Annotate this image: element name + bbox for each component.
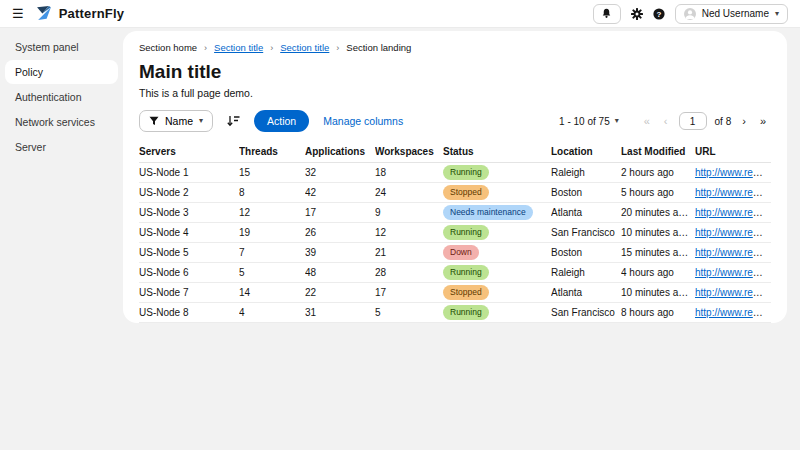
last-modified-cell: 10 minutes ago [621, 223, 695, 243]
status-cell: Stopped [443, 183, 551, 203]
chevron-down-icon: ▾ [775, 10, 779, 18]
last-modified-cell: 5 hours ago [621, 183, 695, 203]
workspaces-cell: 5 [375, 303, 443, 323]
table-row: US-Node 312179Needs maintenanceAtlanta20… [139, 203, 771, 223]
location-cell: Raleigh [551, 323, 621, 324]
column-header-threads: Threads [239, 141, 305, 163]
sidebar-item-network-services[interactable]: Network services [5, 110, 118, 134]
chevron-down-icon: ▾ [199, 117, 203, 125]
status-cell: Stopped [443, 283, 551, 303]
table-row: US-Node 7142217StoppedAtlanta10 minutes … [139, 283, 771, 303]
applications-cell: 48 [305, 263, 375, 283]
next-page-button[interactable]: › [737, 113, 751, 129]
status-badge: Running [443, 305, 489, 319]
pagination-range-dropdown[interactable]: 1 - 10 of 75 ▾ [559, 116, 619, 127]
url-link[interactable]: http://www.redhat.com [695, 187, 771, 198]
url-link[interactable]: http://www.redhat.com [695, 267, 771, 278]
url-cell: http://www.redhat.com [695, 323, 771, 324]
column-header-servers: Servers [139, 141, 239, 163]
breadcrumb-item: Section landing [346, 42, 411, 53]
threads-cell: 5 [239, 263, 305, 283]
user-menu-button[interactable]: Ned Username ▾ [675, 4, 788, 24]
content-card: Section home›Section title›Section title… [123, 31, 787, 323]
server-cell: US-Node 4 [139, 223, 239, 243]
url-link[interactable]: http://www.redhat.com [695, 307, 771, 318]
url-cell: http://www.redhat.com [695, 183, 771, 203]
workspaces-cell: 9 [375, 203, 443, 223]
location-cell: Boston [551, 183, 621, 203]
hamburger-menu-icon[interactable]: ☰ [12, 7, 24, 20]
help-button[interactable]: ? [653, 8, 665, 20]
filter-icon [149, 116, 159, 126]
status-badge: Running [443, 165, 489, 179]
bell-icon [601, 8, 612, 19]
location-cell: San Francisco [551, 303, 621, 323]
location-cell: Raleigh [551, 163, 621, 183]
workspaces-cell: 21 [375, 243, 443, 263]
url-link[interactable]: http://www.redhat.com [695, 247, 771, 258]
url-link[interactable]: http://www.redhat.com [695, 287, 771, 298]
status-badge: Stopped [443, 185, 489, 199]
column-header-last-modified: Last Modified [621, 141, 695, 163]
table-row: US-Node 4192612RunningSan Francisco10 mi… [139, 223, 771, 243]
status-cell: Needs maintenance [443, 203, 551, 223]
table-body: US-Node 1153218RunningRaleigh2 hours ago… [139, 163, 771, 324]
action-button[interactable]: Action [254, 110, 309, 132]
breadcrumb-separator-icon: › [204, 43, 207, 53]
threads-cell: 7 [239, 243, 305, 263]
last-modified-cell: 4 hours ago [621, 263, 695, 283]
status-cell: Running [443, 223, 551, 243]
status-cell: Running [443, 263, 551, 283]
last-page-button[interactable]: » [755, 113, 771, 129]
server-cell: US-Node 2 [139, 183, 239, 203]
column-header-location: Location [551, 141, 621, 163]
breadcrumb-separator-icon: › [270, 43, 273, 53]
breadcrumb-item[interactable]: Section title [280, 42, 329, 53]
workspaces-cell: 28 [375, 263, 443, 283]
status-cell: Needs maintenance [443, 323, 551, 324]
sidebar-item-policy[interactable]: Policy [5, 60, 118, 84]
threads-cell: 4 [239, 303, 305, 323]
status-badge: Stopped [443, 285, 489, 299]
breadcrumb: Section home›Section title›Section title… [139, 42, 771, 53]
current-page-input[interactable] [679, 112, 707, 130]
url-cell: http://www.redhat.com [695, 243, 771, 263]
url-link[interactable]: http://www.redhat.com [695, 227, 771, 238]
location-cell: Raleigh [551, 263, 621, 283]
table-row: US-Node 284224StoppedBoston5 hours agoht… [139, 183, 771, 203]
sidebar-item-system-panel[interactable]: System panel [5, 35, 118, 59]
last-modified-cell: 15 minutes ago [621, 243, 695, 263]
column-header-applications: Applications [305, 141, 375, 163]
manage-columns-button[interactable]: Manage columns [323, 115, 403, 127]
status-badge: Down [443, 245, 479, 259]
server-cell: US-Node 5 [139, 243, 239, 263]
sidebar-nav: System panelPolicyAuthenticationNetwork … [0, 28, 123, 450]
settings-button[interactable] [631, 8, 643, 20]
threads-cell: 10 [239, 323, 305, 324]
url-cell: http://www.redhat.com [695, 303, 771, 323]
server-cell: US-Node 3 [139, 203, 239, 223]
last-modified-cell: 1 hour ago [621, 323, 695, 324]
breadcrumb-item[interactable]: Section title [214, 42, 263, 53]
workspaces-cell: 14 [375, 323, 443, 324]
previous-page-button[interactable]: ‹ [659, 113, 673, 129]
sidebar-item-authentication[interactable]: Authentication [5, 85, 118, 109]
url-link[interactable]: http://www.redhat.com [695, 167, 771, 178]
sidebar-item-server[interactable]: Server [5, 135, 118, 159]
threads-cell: 12 [239, 203, 305, 223]
svg-text:?: ? [656, 9, 661, 18]
table-row: US-Node 654828RunningRaleigh4 hours agoh… [139, 263, 771, 283]
notifications-button[interactable] [593, 4, 621, 24]
location-cell: Boston [551, 243, 621, 263]
threads-cell: 14 [239, 283, 305, 303]
servers-table: ServersThreadsApplicationsWorkspacesStat… [139, 141, 771, 323]
server-cell: US-Node 1 [139, 163, 239, 183]
location-cell: Atlanta [551, 203, 621, 223]
last-modified-cell: 10 minutes ago [621, 283, 695, 303]
sort-button[interactable] [227, 115, 240, 127]
first-page-button[interactable]: « [639, 113, 655, 129]
breadcrumb-item: Section home [139, 42, 197, 53]
location-cell: San Francisco [551, 223, 621, 243]
url-link[interactable]: http://www.redhat.com [695, 207, 771, 218]
filter-dropdown-button[interactable]: Name ▾ [139, 110, 213, 132]
